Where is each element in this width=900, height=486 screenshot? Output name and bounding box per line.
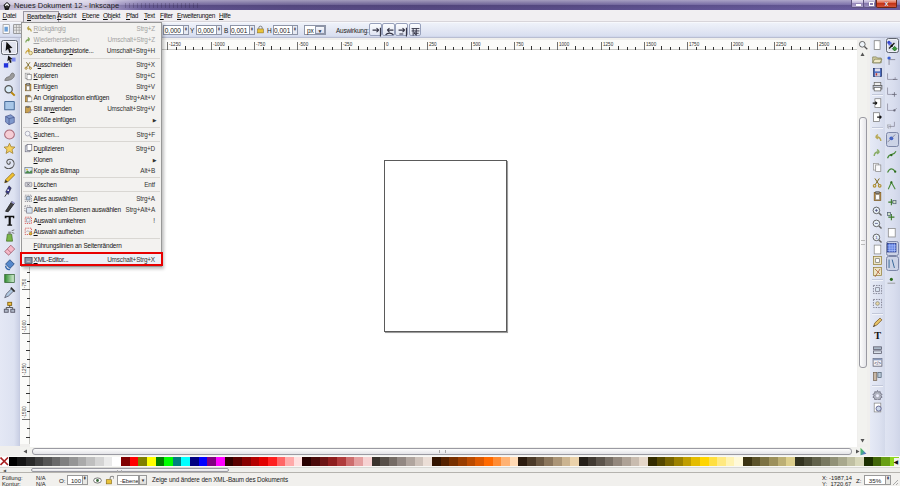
- svg-text:-750: -750: [256, 42, 266, 47]
- svg-text:-500: -500: [299, 42, 309, 47]
- svg-text:250: 250: [429, 42, 437, 47]
- svg-text:2000: 2000: [733, 42, 744, 47]
- svg-text:</>: </>: [874, 361, 881, 366]
- svg-text:-1250: -1250: [169, 42, 181, 47]
- svg-text:2250: 2250: [776, 42, 787, 47]
- svg-text:1500: 1500: [646, 42, 657, 47]
- svg-text:500: 500: [473, 42, 481, 47]
- svg-text:-1000: -1000: [22, 320, 27, 332]
- svg-text:750: 750: [516, 42, 524, 47]
- svg-text:-1500: -1500: [22, 406, 27, 418]
- svg-text:1250: 1250: [603, 42, 614, 47]
- svg-text:-750: -750: [22, 278, 27, 288]
- svg-text:1000: 1000: [559, 42, 570, 47]
- svg-text:1750: 1750: [689, 42, 700, 47]
- svg-text:2500: 2500: [819, 42, 830, 47]
- svg-text:0: 0: [386, 42, 389, 47]
- svg-text:T: T: [874, 330, 881, 340]
- svg-text:-1250: -1250: [22, 363, 27, 375]
- svg-text:-250: -250: [343, 42, 353, 47]
- svg-text:-1000: -1000: [213, 42, 225, 47]
